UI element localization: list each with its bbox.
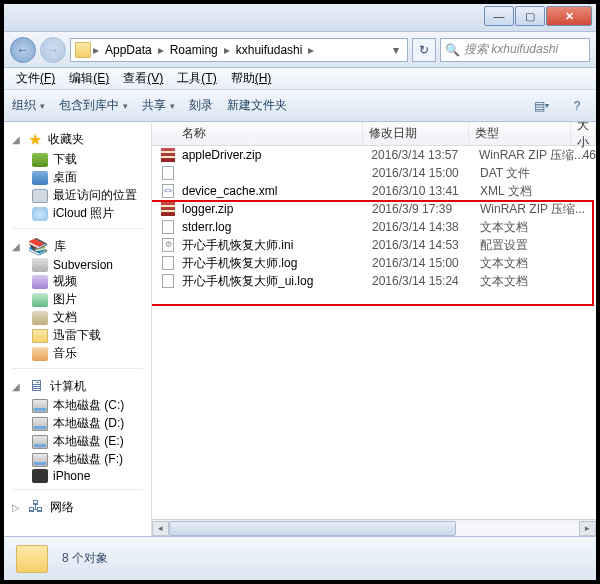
file-size: 46 <box>583 148 596 162</box>
expander-icon[interactable]: ▷ <box>12 502 22 513</box>
sidebar-item-drive-f[interactable]: 本地磁盘 (F:) <box>32 451 151 468</box>
folder-icon <box>16 545 48 573</box>
search-input[interactable]: 🔍 搜索 kxhuifudashi <box>440 38 590 62</box>
sidebar-item-recent[interactable]: 最近访问的位置 <box>32 187 151 204</box>
column-header-name[interactable]: 名称 <box>176 122 363 145</box>
breadcrumb[interactable]: Roaming <box>166 43 222 57</box>
scroll-right-button[interactable]: ▸ <box>579 521 596 536</box>
file-row[interactable]: appleDriver.zip2016/3/14 13:57WinRAR ZIP… <box>152 146 596 164</box>
share-button[interactable]: 共享▾ <box>142 97 175 114</box>
scroll-track[interactable] <box>169 521 579 536</box>
search-icon: 🔍 <box>445 43 460 57</box>
file-list[interactable]: appleDriver.zip2016/3/14 13:57WinRAR ZIP… <box>152 146 596 519</box>
help-button[interactable]: ? <box>566 96 588 116</box>
organize-button[interactable]: 组织▾ <box>12 97 45 114</box>
include-library-button[interactable]: 包含到库中▾ <box>59 97 128 114</box>
file-row[interactable]: 开心手机恢复大师.log2016/3/14 15:00文本文档 <box>152 254 596 272</box>
file-name: device_cache.xml <box>182 184 372 198</box>
file-date: 2016/3/14 15:00 <box>372 166 480 180</box>
file-row[interactable]: device_cache.xml2016/3/10 13:41XML 文档 <box>152 182 596 200</box>
scroll-thumb[interactable] <box>169 521 456 536</box>
sidebar-group-libraries[interactable]: ◢ 📚 库 <box>12 237 151 256</box>
file-name: 开心手机恢复大师.log <box>182 255 372 272</box>
menu-view[interactable]: 查看(V) <box>117 68 169 89</box>
chevron-down-icon: ▾ <box>545 101 549 110</box>
list-view-icon: ▤ <box>534 99 545 113</box>
breadcrumb[interactable]: AppData <box>101 43 156 57</box>
breadcrumb[interactable]: kxhuifudashi <box>232 43 307 57</box>
chevron-down-icon: ▾ <box>40 101 45 111</box>
view-mode-button[interactable]: ▤▾ <box>530 96 552 116</box>
file-row[interactable]: logger.zip2016/3/9 17:39WinRAR ZIP 压缩... <box>152 200 596 218</box>
file-type: WinRAR ZIP 压缩... <box>479 147 583 164</box>
file-type-icon <box>160 165 176 181</box>
sidebar-group-network[interactable]: ▷ 🖧 网络 <box>12 498 151 516</box>
sidebar-item-subversion[interactable]: Subversion <box>32 258 151 272</box>
column-header-type[interactable]: 类型 <box>469 122 571 145</box>
sidebar-item-icloud[interactable]: iCloud 照片 <box>32 205 151 222</box>
file-row[interactable]: 开心手机恢复大师_ui.log2016/3/14 15:24文本文档 <box>152 272 596 290</box>
menu-edit[interactable]: 编辑(E) <box>63 68 115 89</box>
sidebar-item-drive-d[interactable]: 本地磁盘 (D:) <box>32 415 151 432</box>
sidebar-group-label: 网络 <box>50 499 74 516</box>
chevron-down-icon: ▾ <box>170 101 175 111</box>
refresh-icon: ↻ <box>419 43 429 57</box>
expander-icon[interactable]: ◢ <box>12 134 22 145</box>
burn-button[interactable]: 刻录 <box>189 97 213 114</box>
address-bar[interactable]: ▸ AppData ▸ Roaming ▸ kxhuifudashi ▸ ▾ <box>70 38 408 62</box>
computer-icon: 🖥 <box>28 377 44 395</box>
column-header-size[interactable]: 大小 <box>571 122 596 145</box>
menu-help[interactable]: 帮助(H) <box>225 68 278 89</box>
maximize-button[interactable]: ▢ <box>515 6 545 26</box>
back-button[interactable]: ← <box>10 37 36 63</box>
forward-button[interactable]: → <box>40 37 66 63</box>
refresh-button[interactable]: ↻ <box>412 38 436 62</box>
file-type-icon <box>160 237 176 253</box>
sidebar-item-downloads[interactable]: 下载 <box>32 151 151 168</box>
command-bar: 组织▾ 包含到库中▾ 共享▾ 刻录 新建文件夹 ▤▾ ? <box>4 90 596 122</box>
menu-file[interactable]: 文件(F) <box>10 68 61 89</box>
navigation-bar: ← → ▸ AppData ▸ Roaming ▸ kxhuifudashi ▸… <box>4 32 596 68</box>
file-type-icon <box>160 201 176 217</box>
sidebar-group-label: 收藏夹 <box>48 131 84 148</box>
expander-icon[interactable]: ◢ <box>12 381 22 392</box>
file-row[interactable]: stderr.log2016/3/14 14:38文本文档 <box>152 218 596 236</box>
status-text: 8 个对象 <box>62 550 108 567</box>
sidebar-item-documents[interactable]: 文档 <box>32 309 151 326</box>
file-date: 2016/3/14 15:00 <box>372 256 480 270</box>
desktop-icon <box>32 171 48 185</box>
column-header-date[interactable]: 修改日期 <box>363 122 469 145</box>
sidebar-item-drive-e[interactable]: 本地磁盘 (E:) <box>32 433 151 450</box>
breadcrumb-sep-icon: ▸ <box>93 43 99 57</box>
expander-icon[interactable]: ◢ <box>12 241 22 252</box>
file-name: appleDriver.zip <box>182 148 371 162</box>
phone-icon <box>32 469 48 483</box>
new-folder-button[interactable]: 新建文件夹 <box>227 97 287 114</box>
scroll-left-button[interactable]: ◂ <box>152 521 169 536</box>
status-bar: 8 个对象 <box>4 536 596 580</box>
sidebar-item-videos[interactable]: 视频 <box>32 273 151 290</box>
file-row[interactable]: 开心手机恢复大师.ini2016/3/14 14:53配置设置 <box>152 236 596 254</box>
sidebar-item-xunlei[interactable]: 迅雷下载 <box>32 327 151 344</box>
address-dropdown-icon[interactable]: ▾ <box>389 43 403 57</box>
sidebar-item-drive-c[interactable]: 本地磁盘 (C:) <box>32 397 151 414</box>
file-type-icon <box>160 147 176 163</box>
file-type-icon <box>160 255 176 271</box>
close-button[interactable]: ✕ <box>546 6 592 26</box>
help-icon: ? <box>574 99 581 113</box>
sidebar-item-iphone[interactable]: iPhone <box>32 469 151 483</box>
horizontal-scrollbar[interactable]: ◂ ▸ <box>152 519 596 536</box>
sidebar-item-pictures[interactable]: 图片 <box>32 291 151 308</box>
file-row[interactable]: 2016/3/14 15:00DAT 文件 <box>152 164 596 182</box>
sidebar-item-music[interactable]: 音乐 <box>32 345 151 362</box>
file-date: 2016/3/14 14:38 <box>372 220 480 234</box>
sidebar-group-computer[interactable]: ◢ 🖥 计算机 <box>12 377 151 395</box>
download-icon <box>32 153 48 167</box>
menu-tools[interactable]: 工具(T) <box>171 68 222 89</box>
minimize-button[interactable]: — <box>484 6 514 26</box>
network-icon: 🖧 <box>28 498 44 516</box>
sidebar-item-desktop[interactable]: 桌面 <box>32 169 151 186</box>
star-icon: ★ <box>28 130 42 149</box>
sidebar-group-favorites[interactable]: ◢ ★ 收藏夹 <box>12 130 151 149</box>
file-type-icon <box>160 183 176 199</box>
